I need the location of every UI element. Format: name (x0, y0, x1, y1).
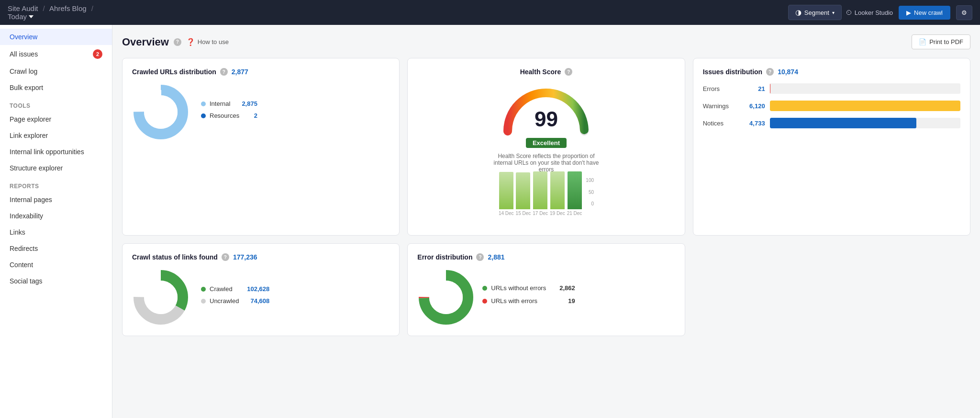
history-bar-1: 14 Dec (499, 172, 514, 216)
looker-studio-link[interactable]: ⏲ Looker Studio (846, 9, 893, 16)
health-score-gauge: 99 (498, 83, 594, 136)
crawled-urls-info-icon[interactable]: ? (220, 68, 228, 76)
settings-button[interactable]: ⚙ (956, 5, 972, 20)
issues-distribution-card: Issues distribution ? 10,874 Errors 21 W… (693, 58, 970, 236)
health-score-title: Health Score ? (520, 68, 573, 76)
history-bar-3: 17 Dec (533, 171, 548, 216)
tools-section-label: Tools (0, 96, 112, 111)
health-score-card: Health Score ? (407, 58, 685, 236)
legend-crawled: Crawled 102,628 (201, 285, 269, 293)
reports-section-label: Reports (0, 176, 112, 192)
sidebar-item-internal-link-opp[interactable]: Internal link opportunities (0, 144, 112, 160)
crawl-status-title: Crawl status of links found ? 177,236 (132, 253, 390, 261)
crawled-dot (201, 287, 206, 292)
crawled-urls-card: Crawled URLs distribution ? 2,877 (122, 58, 400, 236)
errors-row: Errors 21 (703, 83, 960, 94)
today-selector[interactable]: Today (8, 12, 784, 21)
main-content: Overview ? ❓ How to use 📄 Print to PDF C… (112, 25, 980, 418)
sidebar-item-internal-pages[interactable]: Internal pages (0, 192, 112, 208)
legend-resources: Resources 2 (201, 112, 257, 119)
dashboard-grid: Crawled URLs distribution ? 2,877 (122, 58, 970, 336)
question-icon: ❓ (186, 38, 195, 46)
warnings-bar-wrap (770, 101, 960, 111)
how-to-use-link[interactable]: ❓ How to use (186, 38, 229, 46)
sidebar-item-link-explorer[interactable]: Link explorer (0, 127, 112, 144)
history-bar-2: 15 Dec (516, 172, 531, 216)
print-to-pdf-button[interactable]: 📄 Print to PDF (912, 34, 970, 49)
warnings-bar (770, 101, 960, 111)
health-history: 14 Dec 15 Dec 17 Dec 19 Dec (499, 178, 594, 226)
sidebar-item-structure-explorer[interactable]: Structure explorer (0, 160, 112, 176)
errors-bar-wrap (770, 83, 960, 94)
issues-title: Issues distribution ? 10,874 (703, 68, 960, 76)
all-issues-badge: 2 (93, 49, 102, 59)
page-title: Overview (122, 36, 169, 48)
segment-button[interactable]: ◑ Segment ▾ (788, 5, 842, 20)
looker-icon: ⏲ (846, 9, 852, 16)
topbar: Site Audit / Ahrefs Blog / Today ◑ Segme… (0, 0, 980, 25)
gear-icon: ⚙ (961, 9, 967, 16)
notices-bar (770, 118, 917, 128)
legend-internal: Internal 2,875 (201, 100, 257, 107)
breadcrumb: Site Audit / Ahrefs Blog / Today (8, 4, 784, 21)
errors-bar (770, 83, 771, 94)
sidebar-item-all-issues[interactable]: All issues 2 (0, 45, 112, 63)
error-dist-legend: URLs without errors 2,862 URLs with erro… (482, 284, 575, 310)
excellent-badge: Excellent (526, 138, 567, 148)
notices-bar-wrap (770, 118, 960, 128)
sidebar-item-redirects[interactable]: Redirects (0, 240, 112, 257)
breadcrumb-sep2: / (91, 4, 93, 12)
crawl-status-legend: Crawled 102,628 Uncrawled 74,608 (201, 285, 269, 309)
internal-dot (201, 102, 206, 106)
breadcrumb-blog[interactable]: Ahrefs Blog (49, 4, 87, 12)
error-dist-title: Error distribution ? 2,881 (417, 253, 675, 261)
error-dist-donut (417, 269, 475, 326)
breadcrumb-sep1: / (43, 4, 45, 12)
sidebar-item-social-tags[interactable]: Social tags (0, 273, 112, 289)
warnings-row: Warnings 6,120 (703, 101, 960, 111)
new-crawl-button[interactable]: ▶ New crawl (899, 6, 950, 20)
error-distribution-card: Error distribution ? 2,881 (407, 243, 685, 336)
topbar-right: ⏲ Looker Studio ▶ New crawl ⚙ (846, 5, 972, 20)
crawled-urls-donut (132, 83, 189, 141)
crawl-status-chart-row: Crawled 102,628 Uncrawled 74,608 (132, 269, 390, 326)
sidebar-item-bulk-export[interactable]: Bulk export (0, 79, 112, 96)
svg-point-6 (144, 281, 178, 314)
sidebar-item-overview[interactable]: Overview (0, 29, 112, 45)
svg-point-9 (429, 281, 463, 314)
history-bars-container: 14 Dec 15 Dec 17 Dec 19 Dec (499, 178, 582, 226)
history-y-axis: 100 50 0 (586, 178, 594, 216)
breadcrumb-site-audit[interactable]: Site Audit (8, 4, 38, 12)
chevron-down-icon: ▾ (832, 10, 835, 15)
with-errors-dot (482, 299, 487, 304)
health-score-number: 99 (535, 107, 558, 131)
overview-info-icon[interactable]: ? (174, 38, 181, 46)
legend-with-errors: URLs with errors 19 (482, 297, 575, 305)
uncrawled-dot (201, 299, 206, 304)
page-header: Overview ? ❓ How to use 📄 Print to PDF (122, 34, 970, 49)
play-icon: ▶ (906, 9, 911, 16)
sidebar: Overview All issues 2 Crawl log Bulk exp… (0, 25, 112, 418)
crawled-urls-legend: Internal 2,875 Resources 2 (201, 100, 257, 124)
page-title-row: Overview ? ❓ How to use (122, 36, 229, 48)
crawl-status-info-icon[interactable]: ? (222, 253, 229, 261)
print-icon: 📄 (919, 38, 926, 45)
sidebar-item-indexability[interactable]: Indexability (0, 208, 112, 224)
segment-icon: ◑ (795, 8, 802, 17)
issues-info-icon[interactable]: ? (766, 68, 774, 76)
health-description: Health Score reflects the proportion of … (491, 153, 601, 173)
sidebar-item-page-explorer[interactable]: Page explorer (0, 111, 112, 127)
error-dist-info-icon[interactable]: ? (476, 253, 484, 261)
main-layout: Overview All issues 2 Crawl log Bulk exp… (0, 25, 980, 418)
legend-uncrawled: Uncrawled 74,608 (201, 297, 269, 305)
health-score-info-icon[interactable]: ? (565, 68, 572, 76)
sidebar-item-content[interactable]: Content (0, 257, 112, 273)
history-bar-5: 21 Dec (567, 171, 582, 216)
sidebar-item-crawl-log[interactable]: Crawl log (0, 63, 112, 79)
sidebar-item-links[interactable]: Links (0, 224, 112, 240)
crawl-status-card: Crawl status of links found ? 177,236 (122, 243, 400, 336)
error-dist-chart-row: URLs without errors 2,862 URLs with erro… (417, 269, 675, 326)
no-errors-dot (482, 286, 487, 291)
crawled-urls-chart-row: Internal 2,875 Resources 2 (132, 83, 390, 141)
crawl-status-donut (132, 269, 189, 326)
